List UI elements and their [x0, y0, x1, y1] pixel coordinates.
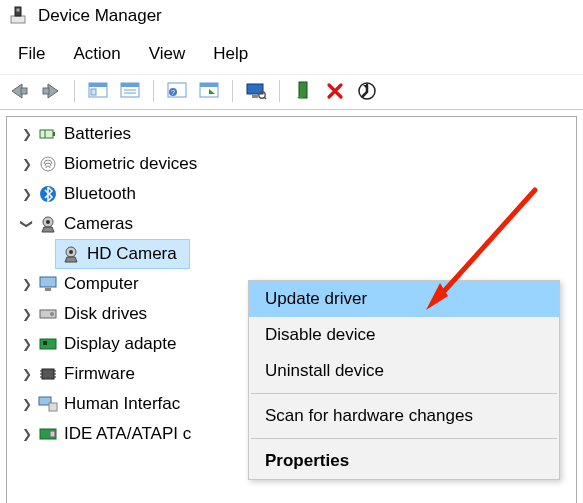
svg-rect-9 [121, 83, 139, 87]
context-menu-properties[interactable]: Properties [249, 443, 559, 479]
title-bar: Device Manager [0, 0, 583, 36]
disk-drive-icon [37, 307, 59, 321]
bluetooth-icon [37, 185, 59, 203]
scan-hardware-button[interactable] [354, 78, 380, 104]
toolbar-separator [74, 80, 75, 102]
toolbar-separator [153, 80, 154, 102]
menu-action[interactable]: Action [59, 42, 134, 66]
properties-button[interactable] [117, 78, 143, 104]
svg-rect-38 [42, 369, 54, 379]
hid-icon [37, 396, 59, 412]
chevron-right-icon[interactable] [19, 179, 35, 209]
svg-rect-7 [91, 89, 96, 95]
remove-button[interactable] [322, 78, 348, 104]
tree-label: Display adapte [63, 329, 182, 359]
tree-node-batteries[interactable]: Batteries [17, 119, 576, 149]
svg-point-31 [69, 250, 73, 254]
help-button[interactable]: ? [164, 78, 190, 104]
tree-label: Cameras [63, 209, 139, 239]
tree-label: IDE ATA/ATAPI c [63, 419, 197, 449]
tree-node-hd-camera[interactable]: HD Camera [55, 239, 190, 269]
svg-rect-33 [45, 288, 51, 291]
window-title: Device Manager [38, 6, 162, 26]
tree-label: HD Camera [86, 239, 183, 269]
context-menu-separator [251, 393, 557, 394]
toolbar: ? [0, 74, 583, 110]
install-button[interactable] [290, 78, 316, 104]
svg-rect-32 [40, 277, 56, 287]
tree-label: Human Interfac [63, 389, 186, 419]
fingerprint-icon [37, 155, 59, 173]
tree-label: Batteries [63, 119, 137, 149]
svg-rect-0 [11, 16, 25, 23]
tree-node-bluetooth[interactable]: Bluetooth [17, 179, 576, 209]
tree-label: Firmware [63, 359, 141, 389]
svg-point-26 [41, 157, 55, 171]
tree-label: Disk drives [63, 299, 153, 329]
menu-help[interactable]: Help [199, 42, 262, 66]
svg-rect-24 [53, 132, 55, 136]
ide-controller-icon [37, 427, 59, 441]
svg-rect-6 [89, 83, 107, 87]
chevron-right-icon[interactable] [19, 359, 35, 389]
forward-arrow-button[interactable] [38, 78, 64, 104]
tree-node-cameras[interactable]: Cameras [17, 209, 576, 239]
back-arrow-button[interactable] [6, 78, 32, 104]
monitor-button[interactable] [243, 78, 269, 104]
chevron-down-icon[interactable] [19, 209, 35, 239]
chevron-right-icon[interactable] [19, 119, 35, 149]
svg-text:?: ? [171, 89, 175, 96]
menu-bar: File Action View Help [0, 36, 583, 74]
chevron-right-icon[interactable] [19, 419, 35, 449]
svg-rect-23 [40, 130, 53, 138]
battery-icon [37, 125, 59, 143]
svg-rect-46 [49, 403, 57, 411]
svg-rect-4 [43, 88, 49, 94]
display-adapter-icon [37, 337, 59, 351]
context-menu-uninstall-device[interactable]: Uninstall device [249, 353, 559, 389]
context-menu-disable-device[interactable]: Disable device [249, 317, 559, 353]
toolbar-separator [232, 80, 233, 102]
svg-point-35 [50, 312, 54, 316]
context-menu-scan-hardware[interactable]: Scan for hardware changes [249, 398, 559, 434]
svg-rect-48 [50, 431, 55, 437]
svg-rect-3 [21, 88, 27, 94]
camera-icon [60, 245, 82, 263]
svg-rect-2 [17, 9, 20, 12]
menu-file[interactable]: File [4, 42, 59, 66]
tree-label: Computer [63, 269, 145, 299]
context-menu-update-driver[interactable]: Update driver [249, 281, 559, 317]
tree-label: Bluetooth [63, 179, 142, 209]
chevron-right-icon[interactable] [19, 269, 35, 299]
monitor-icon [37, 276, 59, 292]
tree-label: Biometric devices [63, 149, 203, 179]
context-menu: Update driver Disable device Uninstall d… [248, 280, 560, 480]
chevron-right-icon[interactable] [19, 299, 35, 329]
chevron-right-icon[interactable] [19, 329, 35, 359]
svg-point-29 [46, 220, 50, 224]
svg-rect-36 [40, 339, 56, 349]
toolbar-separator [279, 80, 280, 102]
svg-rect-16 [200, 83, 218, 87]
update-driver-button[interactable] [196, 78, 222, 104]
chevron-right-icon[interactable] [19, 149, 35, 179]
show-pane-button[interactable] [85, 78, 111, 104]
svg-rect-18 [252, 95, 258, 98]
svg-line-20 [264, 97, 266, 99]
menu-view[interactable]: View [135, 42, 200, 66]
svg-rect-37 [43, 341, 47, 345]
context-menu-separator [251, 438, 557, 439]
tree-node-biometric[interactable]: Biometric devices [17, 149, 576, 179]
device-manager-icon [8, 6, 28, 26]
chevron-right-icon[interactable] [19, 389, 35, 419]
firmware-chip-icon [37, 366, 59, 382]
